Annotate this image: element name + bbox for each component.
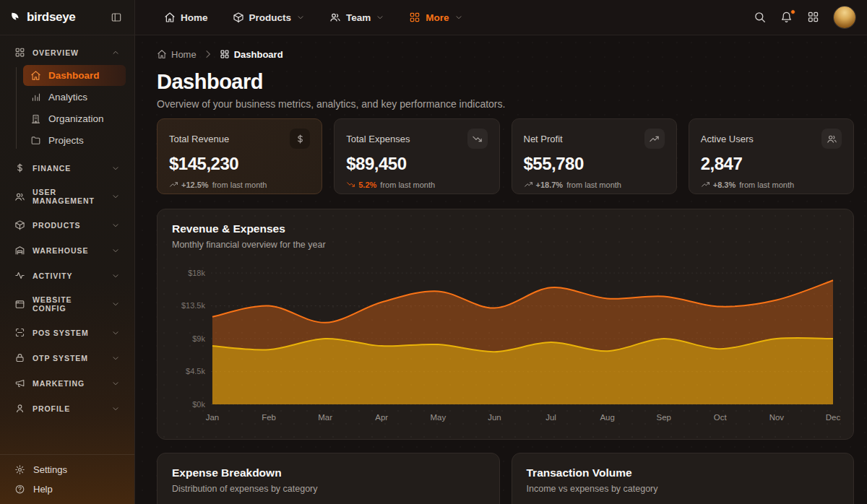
x-tick-label: Jan — [206, 413, 220, 422]
help-circle-icon — [14, 484, 25, 495]
sidebar-group-marketing[interactable]: MARKETING — [9, 370, 126, 396]
trending-up-icon — [524, 180, 533, 189]
profile-user-icon — [14, 403, 25, 414]
sidebar-section-overview[interactable]: OVERVIEW — [9, 41, 126, 64]
chevron-down-icon — [111, 404, 120, 413]
sidebar-group-label: PRODUCTS — [33, 221, 104, 230]
nav-item-label: Home — [181, 12, 208, 23]
nav-item-products[interactable]: Products — [233, 12, 306, 23]
stat-note: from last month — [380, 181, 435, 189]
search-button[interactable] — [754, 11, 767, 24]
team-icon — [329, 12, 341, 23]
package-icon — [14, 220, 25, 230]
sidebar-group-label: POS SYSTEM — [33, 329, 104, 337]
stat-card-total-revenue: Total Revenue$145,230+12.5%from last mon… — [157, 118, 322, 194]
grid-icon — [220, 49, 230, 59]
x-tick-label: Feb — [262, 413, 276, 422]
y-tick-label: $4.5k — [186, 367, 205, 375]
sidebar-group-profile[interactable]: PROFILE — [9, 396, 126, 421]
chevron-down-icon — [111, 379, 120, 388]
x-tick-label: Nov — [769, 413, 785, 422]
transaction-volume-card: Transaction Volume Income vs expenses by… — [512, 453, 855, 504]
sidebar-item-projects[interactable]: Projects — [23, 130, 126, 151]
trending-down-icon — [346, 180, 355, 189]
breadcrumb-label: Dashboard — [234, 49, 283, 60]
trending-up-icon — [701, 180, 710, 189]
sidebar-collapse-button[interactable] — [108, 9, 125, 26]
x-tick-label: Mar — [318, 413, 332, 422]
chevron-down-icon — [111, 192, 120, 201]
sidebar-group-label: ACTIVITY — [33, 271, 104, 280]
finance-dollar-icon — [14, 162, 25, 173]
stat-note: from last month — [566, 181, 621, 189]
card-title: Transaction Volume — [527, 465, 840, 481]
topnav-items: HomeProductsTeamMore — [164, 12, 463, 23]
breadcrumb-label: Home — [171, 49, 197, 60]
apps-button[interactable] — [807, 11, 820, 24]
sidebar-group-label: WEBSITE CONFIG — [33, 295, 104, 313]
sidebar-group-warehouse[interactable]: WAREHOUSE — [9, 238, 126, 263]
stats-row: Total Revenue$145,230+12.5%from last mon… — [157, 118, 854, 194]
home-icon — [164, 12, 176, 23]
sidebar-group-finance[interactable]: FINANCE — [9, 155, 126, 181]
sidebar-group-website-config[interactable]: WEBSITE CONFIG — [9, 288, 126, 320]
section-label: OVERVIEW — [33, 48, 104, 57]
sidebar-item-analytics[interactable]: Analytics — [23, 87, 126, 108]
stat-label: Active Users — [701, 134, 754, 144]
y-tick-label: $0k — [192, 400, 205, 409]
x-tick-label: Jul — [545, 413, 556, 422]
stat-value: $89,450 — [346, 154, 487, 174]
sidebar-item-organization[interactable]: Organization — [23, 108, 126, 129]
package-icon — [233, 12, 244, 23]
stat-change-row: +12.5%from last month — [169, 180, 310, 189]
breadcrumb-dashboard[interactable]: Dashboard — [220, 49, 283, 60]
expenses-area — [212, 338, 833, 404]
warehouse-icon — [14, 245, 25, 256]
stat-label: Net Profit — [524, 134, 563, 144]
stat-change: +18.7% — [524, 180, 564, 189]
sidebar-group-user-management[interactable]: USER MANAGEMENT — [9, 181, 126, 212]
sidebar-group-pos-system[interactable]: POS SYSTEM — [9, 320, 126, 345]
x-tick-label: Sep — [657, 413, 671, 422]
nav-item-more[interactable]: More — [409, 12, 462, 23]
notification-dot — [790, 9, 795, 14]
nav-item-label: Team — [346, 12, 371, 23]
footer-item-label: Settings — [33, 464, 67, 475]
chevron-down-icon — [111, 354, 120, 362]
nav-item-team[interactable]: Team — [329, 12, 384, 23]
breadcrumb-home[interactable]: Home — [157, 49, 197, 60]
dollar-icon — [290, 129, 310, 149]
x-tick-label: Oct — [714, 413, 728, 422]
chevron-down-icon — [111, 271, 120, 280]
x-tick-label: Apr — [375, 413, 388, 422]
bell-button[interactable] — [780, 11, 793, 24]
user-avatar[interactable] — [834, 6, 855, 28]
chevron-down-icon — [296, 13, 305, 22]
website-config-icon — [14, 299, 25, 310]
bottom-cards-row: Expense Breakdown Distribution of expens… — [157, 453, 854, 504]
stat-card-net-profit: Net Profit$55,780+18.7%from last month — [512, 118, 677, 194]
sidebar-group-label: USER MANAGEMENT — [33, 188, 104, 205]
expense-breakdown-card: Expense Breakdown Distribution of expens… — [157, 453, 500, 504]
sidebar-group-activity[interactable]: ACTIVITY — [9, 263, 126, 288]
sidebar-footer-help[interactable]: Help — [9, 479, 126, 499]
sidebar-group-products[interactable]: PRODUCTS — [9, 212, 126, 238]
organization-icon — [30, 113, 41, 124]
sidebar-logo-row: birdseye — [0, 0, 134, 35]
settings-gear-icon — [14, 464, 25, 475]
card-title: Expense Breakdown — [172, 465, 485, 481]
analytics-icon — [30, 92, 41, 103]
x-tick-label: May — [430, 413, 446, 422]
sidebar-group-otp-system[interactable]: OTP SYSTEM — [9, 345, 126, 370]
sidebar-item-label: Projects — [48, 135, 84, 146]
user-management-icon — [14, 191, 25, 202]
projects-folder-icon — [30, 135, 41, 146]
nav-item-home[interactable]: Home — [164, 12, 208, 23]
sidebar-footer-settings[interactable]: Settings — [9, 460, 126, 479]
stat-change: 5.2% — [346, 180, 376, 189]
trending-up-icon — [644, 129, 665, 149]
sidebar-item-dashboard[interactable]: Dashboard — [23, 65, 126, 86]
y-tick-label: $18k — [188, 269, 205, 277]
x-tick-label: Aug — [600, 413, 614, 422]
sidebar-item-label: Dashboard — [48, 70, 100, 81]
